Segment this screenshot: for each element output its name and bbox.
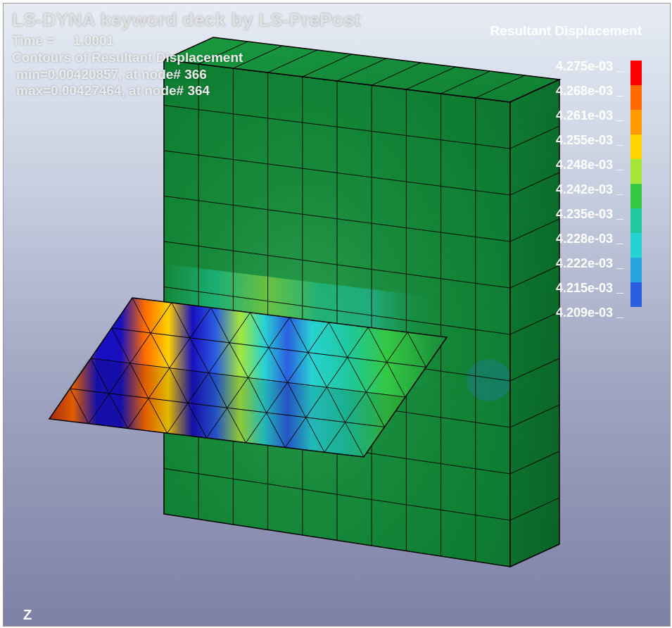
overlay-annotations: LS-DYNA keyword deck by LS-PrePost Time … bbox=[12, 9, 361, 99]
legend-value: 4.261e-03 _ bbox=[556, 108, 623, 123]
legend-swatch bbox=[630, 61, 642, 85]
legend-row: 4.275e-03 _ bbox=[490, 54, 642, 79]
legend-value: 4.215e-03 _ bbox=[556, 281, 623, 296]
legend-swatch bbox=[630, 258, 642, 282]
legend-value: 4.248e-03 _ bbox=[556, 158, 623, 172]
legend-title: Resultant Displacement bbox=[490, 23, 642, 39]
time-label: Time = bbox=[12, 33, 54, 48]
max-line: max=0.00427464, at node# 364 bbox=[12, 82, 361, 99]
legend-row: 4.242e-03 _ bbox=[490, 177, 642, 202]
legend-swatch bbox=[630, 233, 642, 258]
legend-swatch bbox=[630, 110, 642, 134]
legend-row: 4.209e-03 _ bbox=[490, 301, 642, 325]
viewport[interactable]: LS-DYNA keyword deck by LS-PrePost Time … bbox=[3, 3, 671, 627]
legend-swatch bbox=[630, 282, 642, 307]
contour-line: Contours of Resultant Displacement bbox=[12, 49, 361, 66]
legend-row: 4.255e-03 _ bbox=[490, 128, 642, 153]
legend-row: 4.222e-03 _ bbox=[490, 251, 642, 276]
legend-swatch bbox=[630, 208, 642, 233]
legend-value: 4.275e-03 _ bbox=[556, 59, 623, 74]
legend-row: 4.261e-03 _ bbox=[490, 103, 642, 128]
legend-value: 4.228e-03 _ bbox=[556, 232, 623, 246]
legend-swatch bbox=[630, 184, 642, 208]
legend-swatch bbox=[630, 159, 642, 184]
legend-value: 4.235e-03 _ bbox=[556, 207, 623, 222]
legend-value: 4.255e-03 _ bbox=[556, 133, 623, 148]
legend-row: 4.248e-03 _ bbox=[490, 153, 642, 177]
legend-row: 4.215e-03 _ bbox=[490, 276, 642, 301]
time-value: 1.0001 bbox=[73, 33, 114, 48]
legend-row: 4.235e-03 _ bbox=[490, 202, 642, 227]
legend-row: 4.228e-03 _ bbox=[490, 227, 642, 251]
legend-value: 4.268e-03 _ bbox=[556, 84, 623, 99]
color-legend: Resultant Displacement 4.275e-03 _4.268e… bbox=[490, 23, 642, 325]
legend-swatch bbox=[630, 85, 642, 110]
legend-value: 4.222e-03 _ bbox=[556, 256, 623, 271]
legend-row: 4.268e-03 _ bbox=[490, 79, 642, 103]
min-line: min=0.00420857, at node# 366 bbox=[12, 66, 361, 83]
legend-swatch bbox=[630, 134, 642, 159]
deck-title: LS-DYNA keyword deck by LS-PrePost bbox=[12, 9, 361, 31]
time-line: Time = 1.0001 bbox=[12, 32, 361, 49]
legend-value: 4.242e-03 _ bbox=[556, 182, 623, 197]
axis-z-label: Z bbox=[23, 607, 32, 623]
legend-value: 4.209e-03 _ bbox=[556, 306, 623, 320]
